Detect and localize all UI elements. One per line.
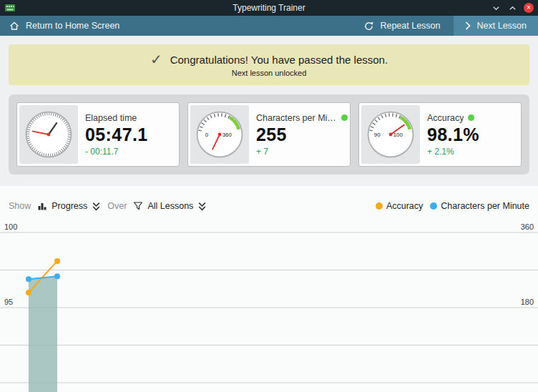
repeat-lesson-label: Repeat Lesson bbox=[380, 21, 440, 31]
banner-subtitle: Next lesson unlocked bbox=[232, 69, 307, 77]
return-home-button[interactable]: Return to Home Screen bbox=[0, 16, 128, 36]
stats-tray: Elapsed time 05:47.1 - 00:11.7 0 360 bbox=[9, 94, 529, 175]
stat-label: Accuracy bbox=[427, 113, 464, 123]
close-icon: × bbox=[527, 3, 531, 13]
double-chevron-down-icon bbox=[197, 202, 207, 211]
legend-item-cpm: Characters per Minute bbox=[430, 201, 529, 211]
stat-delta: + 2.1% bbox=[427, 147, 479, 157]
gauge-max-label: 100 bbox=[393, 132, 404, 138]
legend-item-accuracy: Accuracy bbox=[376, 201, 423, 211]
progress-dropdown-label: Progress bbox=[52, 201, 87, 211]
maximize-button[interactable] bbox=[507, 3, 517, 13]
filter-icon bbox=[133, 201, 143, 211]
chevron-up-icon bbox=[509, 4, 517, 12]
window-title: Typewriting Trainer bbox=[0, 3, 538, 13]
app-icon bbox=[4, 2, 16, 14]
status-dot bbox=[341, 114, 348, 121]
accuracy-legend-dot-icon bbox=[376, 202, 383, 210]
gauge-max-label: 360 bbox=[222, 132, 233, 138]
stat-delta: + 7 bbox=[256, 147, 348, 157]
stat-value: 98.1% bbox=[427, 124, 479, 145]
speed-gauge-icon: 0 360 bbox=[190, 105, 249, 164]
legend-label: Accuracy bbox=[386, 201, 423, 211]
clock-gauge-icon bbox=[19, 105, 78, 164]
minimize-button[interactable] bbox=[491, 3, 501, 13]
banner-title: Congratulations! You have passed the les… bbox=[170, 54, 388, 66]
titlebar: Typewriting Trainer × bbox=[0, 0, 538, 16]
stat-value: 255 bbox=[256, 124, 348, 145]
return-home-label: Return to Home Screen bbox=[26, 21, 119, 31]
svg-text:360: 360 bbox=[521, 222, 534, 231]
navbar: Return to Home Screen Repeat Lesson Next… bbox=[0, 16, 538, 36]
repeat-lesson-button[interactable]: Repeat Lesson bbox=[351, 16, 453, 36]
lessons-filter-label: All Lessons bbox=[147, 201, 193, 211]
legend-label: Characters per Minute bbox=[441, 201, 529, 211]
stat-delta: - 00:11.7 bbox=[85, 147, 148, 157]
show-label: Show bbox=[9, 201, 31, 211]
stat-label: Characters per Min… bbox=[256, 113, 337, 123]
stat-card-cpm: 0 360 Characters per Min… 255 + 7 bbox=[187, 102, 351, 167]
next-lesson-button[interactable]: Next Lesson bbox=[454, 16, 538, 36]
bar-chart-icon bbox=[37, 201, 47, 211]
chart-legend: Accuracy Characters per Minute bbox=[376, 201, 529, 211]
graph-toolbar: Show Progress Over All Lessons bbox=[9, 197, 529, 215]
lessons-filter-dropdown[interactable]: All Lessons bbox=[133, 201, 207, 211]
stat-value: 05:47.1 bbox=[85, 124, 148, 145]
app-window: Typewriting Trainer × Return to Home Scr… bbox=[0, 0, 538, 392]
gauge-min-label: 90 bbox=[374, 132, 381, 138]
progress-dropdown[interactable]: Progress bbox=[37, 201, 101, 211]
close-button[interactable]: × bbox=[524, 3, 534, 13]
svg-text:180: 180 bbox=[521, 298, 534, 306]
nav-spacer bbox=[128, 16, 351, 36]
svg-text:100: 100 bbox=[4, 222, 17, 231]
over-label: Over bbox=[107, 201, 127, 211]
double-chevron-down-icon bbox=[92, 202, 101, 211]
home-icon bbox=[9, 20, 20, 31]
stat-card-accuracy: 90 100 Accuracy 98.1% + 2.1% bbox=[358, 102, 522, 167]
cpm-legend-dot-icon bbox=[430, 202, 437, 210]
progress-chart-svg: 10095360180 bbox=[0, 222, 538, 392]
repeat-icon bbox=[363, 21, 374, 31]
progress-chart: 10095360180 bbox=[0, 222, 538, 392]
gauge-min-label: 0 bbox=[205, 132, 209, 138]
status-dot bbox=[468, 114, 474, 121]
next-lesson-label: Next Lesson bbox=[477, 21, 527, 31]
stat-card-elapsed-time: Elapsed time 05:47.1 - 00:11.7 bbox=[16, 102, 180, 167]
stat-label: Elapsed time bbox=[85, 113, 137, 123]
chevron-down-icon bbox=[492, 4, 500, 12]
next-icon bbox=[465, 21, 471, 30]
accuracy-gauge-icon: 90 100 bbox=[361, 105, 420, 164]
congrats-banner: ✓ Congratulations! You have passed the l… bbox=[9, 44, 529, 85]
svg-text:95: 95 bbox=[4, 298, 13, 306]
check-icon: ✓ bbox=[150, 52, 162, 67]
